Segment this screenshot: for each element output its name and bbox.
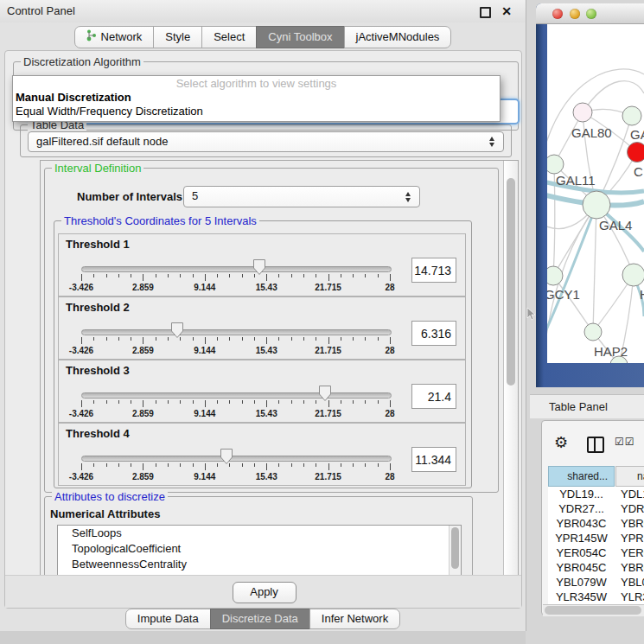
zoom-traffic-light[interactable] xyxy=(586,9,596,19)
table-row[interactable]: YBR045CYBR0 xyxy=(548,560,644,575)
tab-infer-network[interactable]: Infer Network xyxy=(309,609,400,629)
combobox-spinner-icon xyxy=(405,192,411,202)
interval-definition-group: Interval Definition Number of Intervals … xyxy=(44,168,499,493)
tick-label: 28 xyxy=(385,472,394,481)
tab-discretize-data[interactable]: Discretize Data xyxy=(210,609,310,629)
thresholds-group-title: Threshold's Coordinates for 5 Intervals xyxy=(61,214,259,227)
combobox-spinner-icon xyxy=(489,137,495,147)
tab-select[interactable]: Select xyxy=(201,26,257,48)
table-row[interactable]: YBL079WYBL0 xyxy=(548,575,644,590)
slider-track[interactable] xyxy=(81,392,392,399)
node-gal11[interactable] xyxy=(547,155,564,174)
slider-tick-labels: -3.4262.8599.14415.4321.71528 xyxy=(81,283,390,293)
threshold-3-slider[interactable]: -3.4262.8599.14415.4321.71528 xyxy=(81,360,390,424)
algorithm-option-manual[interactable]: Manual Discretization xyxy=(16,91,131,104)
threshold-4-slider[interactable]: -3.4262.8599.14415.4321.71528 xyxy=(81,424,390,487)
network-view-window: GAL80 GA C GAL11 GAL4 GCY1 H HAP2 xyxy=(536,3,644,387)
algorithm-dropdown-popup: Select algorithm to view settings Manual… xyxy=(12,75,501,122)
tick-label: 15.43 xyxy=(256,346,277,355)
threshold-2-value-field[interactable] xyxy=(411,321,456,346)
scrollbar-thumb[interactable] xyxy=(451,527,459,569)
column-header-name[interactable]: na xyxy=(615,466,644,487)
node-red-selected[interactable] xyxy=(628,143,644,163)
tick-label: 2.859 xyxy=(132,472,154,481)
node-label: GAL11 xyxy=(556,173,596,188)
tick-label: 15.43 xyxy=(256,472,277,481)
slider-handle[interactable] xyxy=(220,448,233,465)
attributes-list-scrollbar[interactable] xyxy=(449,526,461,576)
control-panel-window: Control Panel ✕ Network Style Select Cyn… xyxy=(0,0,526,631)
tab-cyni-toolbox[interactable]: Cyni Toolbox xyxy=(256,26,344,48)
apply-button[interactable]: Apply xyxy=(233,582,296,603)
attribute-item[interactable]: SelfLoops xyxy=(58,526,461,541)
tick-label: 21.715 xyxy=(315,283,341,292)
tab-network[interactable]: Network xyxy=(74,26,155,48)
tick-label: 28 xyxy=(385,283,394,292)
attribute-item[interactable]: TopologicalCoefficient xyxy=(58,541,461,557)
float-window-icon[interactable] xyxy=(480,7,491,18)
number-of-intervals-combobox[interactable]: 5 xyxy=(183,186,420,207)
attribute-item[interactable]: BetweennessCentrality xyxy=(58,557,461,572)
table-row[interactable]: YLR345WYLR3 xyxy=(548,590,644,604)
node-gal80[interactable] xyxy=(573,103,592,122)
slider-handle[interactable] xyxy=(252,258,266,276)
table-header: shared... na xyxy=(548,466,644,487)
slider-handle[interactable] xyxy=(318,385,332,402)
number-of-intervals-label: Number of Intervals xyxy=(77,190,182,203)
columns-icon[interactable] xyxy=(587,437,604,453)
select-columns-checkbox-icons[interactable]: ☑☑ xyxy=(615,436,635,448)
slider-tick-labels: -3.4262.8599.14415.4321.71528 xyxy=(81,409,390,419)
tab-impute-data[interactable]: Impute Data xyxy=(125,609,211,629)
tab-jactivemnodules[interactable]: jActiveMNodules xyxy=(344,26,452,48)
node-right-mid[interactable] xyxy=(622,264,644,286)
tick-label: -3.426 xyxy=(69,346,93,355)
table-row[interactable]: YBR043CYBR0 xyxy=(548,516,644,531)
node-gal4[interactable] xyxy=(583,191,610,219)
threshold-1-value-field[interactable] xyxy=(411,258,456,283)
threshold-1-slider[interactable]: -3.4262.8599.14415.4321.71528 xyxy=(81,234,390,297)
tab-style[interactable]: Style xyxy=(153,26,202,48)
node-label: GAL4 xyxy=(599,218,632,233)
network-graph: GAL80 GA C GAL11 GAL4 GCY1 H HAP2 xyxy=(547,24,644,363)
control-panel-title: Control Panel xyxy=(7,0,75,22)
slider-handle[interactable] xyxy=(170,322,184,339)
table-row[interactable]: YDL19...YDL1 xyxy=(548,487,644,501)
table-row[interactable]: YER054CYER0 xyxy=(548,545,644,560)
gear-icon[interactable]: ⚙ xyxy=(554,433,568,452)
table-row[interactable]: YDR27...YDR2 xyxy=(548,501,644,516)
tick-label: 21.715 xyxy=(315,346,341,355)
slider-track[interactable] xyxy=(81,329,392,335)
close-icon[interactable]: ✕ xyxy=(501,0,512,22)
node-top-right[interactable] xyxy=(622,106,641,125)
minimize-traffic-light[interactable] xyxy=(570,9,580,19)
table-horizontal-scrollbar[interactable] xyxy=(543,604,644,616)
scrollbar-thumb[interactable] xyxy=(545,606,641,615)
close-traffic-light[interactable] xyxy=(552,9,563,19)
slider-tick-labels: -3.4262.8599.14415.4321.71528 xyxy=(81,472,390,482)
numerical-attributes-list[interactable]: SelfLoopsTopologicalCoefficientBetweenne… xyxy=(57,525,462,577)
node-hap2[interactable] xyxy=(584,323,602,341)
table-data-combobox[interactable]: galFiltered.sif default node xyxy=(28,131,504,152)
threshold-2-slider[interactable]: -3.4262.8599.14415.4321.71528 xyxy=(81,297,390,360)
threshold-4-value-field[interactable] xyxy=(411,447,456,472)
slider-track[interactable] xyxy=(81,456,392,462)
threshold-4-panel: Threshold 4 -3.4262.8599.14415.4321.7152… xyxy=(58,423,466,486)
scrollbar-thumb[interactable] xyxy=(507,178,515,386)
node-gcy1[interactable] xyxy=(547,266,563,285)
window-bottom-edge xyxy=(0,631,526,644)
table-row[interactable]: YPR145WYPR1 xyxy=(548,531,644,545)
tick-label: -3.426 xyxy=(69,283,93,292)
tick-label: 9.144 xyxy=(194,283,215,292)
table-panel-title: Table Panel xyxy=(549,395,608,418)
network-canvas[interactable]: GAL80 GA C GAL11 GAL4 GCY1 H HAP2 xyxy=(547,24,644,363)
table-data-selected-value: galFiltered.sif default node xyxy=(36,132,168,151)
number-of-intervals-value: 5 xyxy=(192,187,198,206)
top-tab-strip: Network Style Select Cyni Toolbox jActiv… xyxy=(0,26,526,48)
algorithm-option-equal-width[interactable]: Equal Width/Frequency Discretization xyxy=(16,105,203,118)
control-panel-titlebar: Control Panel ✕ xyxy=(0,0,526,22)
tick-label: -3.426 xyxy=(69,472,93,481)
column-header-shared-name[interactable]: shared... xyxy=(548,466,615,487)
threshold-3-value-field[interactable] xyxy=(411,384,456,409)
settings-vertical-scrollbar[interactable] xyxy=(503,161,518,576)
slider-track[interactable] xyxy=(81,266,392,272)
